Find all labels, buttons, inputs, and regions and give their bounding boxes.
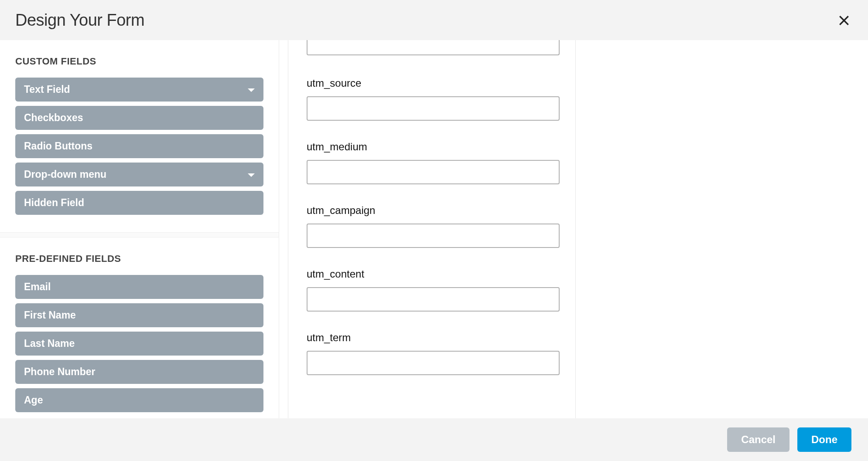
modal-footer: Cancel Done	[0, 418, 868, 461]
cancel-button[interactable]: Cancel	[727, 427, 789, 452]
form-label: utm_campaign	[307, 204, 557, 217]
predefined-field-label: Phone Number	[24, 366, 96, 378]
section-title-predefined-fields: PRE-DEFINED FIELDS	[15, 253, 263, 264]
form-preview-panel: utm_source utm_medium utm_campaign utm_c…	[288, 40, 576, 418]
field-type-radio-buttons[interactable]: Radio Buttons	[15, 134, 263, 158]
field-type-label: Hidden Field	[24, 197, 84, 209]
field-type-text-field[interactable]: Text Field	[15, 78, 263, 102]
form-input-previous-truncated[interactable]	[307, 40, 560, 55]
form-field-utm-content[interactable]: utm_content	[307, 268, 557, 312]
done-button[interactable]: Done	[797, 427, 851, 452]
section-divider	[0, 232, 279, 237]
predefined-field-label: Email	[24, 281, 51, 293]
form-label: utm_content	[307, 268, 557, 280]
predefined-field-label: Age	[24, 394, 43, 406]
form-label: utm_term	[307, 332, 557, 344]
form-label: utm_medium	[307, 141, 557, 153]
form-field-utm-source[interactable]: utm_source	[307, 77, 557, 121]
modal-header: Design Your Form	[0, 0, 868, 40]
predefined-field-first-name[interactable]: First Name	[15, 303, 263, 327]
predefined-field-phone-number[interactable]: Phone Number	[15, 360, 263, 384]
form-input-utm-content[interactable]	[307, 287, 560, 312]
form-field-utm-medium[interactable]: utm_medium	[307, 141, 557, 184]
field-type-label: Drop-down menu	[24, 169, 106, 180]
sidebar: CUSTOM FIELDS Text Field Checkboxes Radi…	[0, 40, 279, 418]
field-type-dropdown-menu[interactable]: Drop-down menu	[15, 163, 263, 186]
predefined-field-label: Last Name	[24, 338, 75, 349]
close-icon	[838, 15, 850, 26]
predefined-field-label: First Name	[24, 309, 76, 321]
form-input-utm-campaign[interactable]	[307, 224, 560, 248]
field-type-hidden-field[interactable]: Hidden Field	[15, 191, 263, 215]
sidebar-section-custom-fields: CUSTOM FIELDS Text Field Checkboxes Radi…	[0, 40, 279, 232]
close-button[interactable]	[836, 12, 852, 29]
form-field-utm-campaign[interactable]: utm_campaign	[307, 204, 557, 248]
sidebar-section-predefined-fields: PRE-DEFINED FIELDS Email First Name Last…	[0, 237, 279, 418]
field-type-label: Text Field	[24, 84, 70, 95]
field-type-label: Radio Buttons	[24, 140, 92, 152]
caret-down-icon	[248, 169, 255, 180]
form-input-utm-term[interactable]	[307, 351, 560, 375]
section-title-custom-fields: CUSTOM FIELDS	[15, 56, 263, 67]
form-label: utm_source	[307, 77, 557, 89]
predefined-field-email[interactable]: Email	[15, 275, 263, 299]
predefined-field-age[interactable]: Age	[15, 388, 263, 412]
field-type-checkboxes[interactable]: Checkboxes	[15, 106, 263, 130]
form-input-utm-source[interactable]	[307, 96, 560, 121]
page-title: Design Your Form	[15, 11, 144, 30]
modal-body: CUSTOM FIELDS Text Field Checkboxes Radi…	[0, 40, 868, 418]
form-field-utm-term[interactable]: utm_term	[307, 332, 557, 375]
caret-down-icon	[248, 84, 255, 95]
form-input-utm-medium[interactable]	[307, 160, 560, 184]
predefined-field-last-name[interactable]: Last Name	[15, 332, 263, 356]
field-type-label: Checkboxes	[24, 112, 83, 124]
form-preview-inner: utm_source utm_medium utm_campaign utm_c…	[288, 40, 575, 407]
